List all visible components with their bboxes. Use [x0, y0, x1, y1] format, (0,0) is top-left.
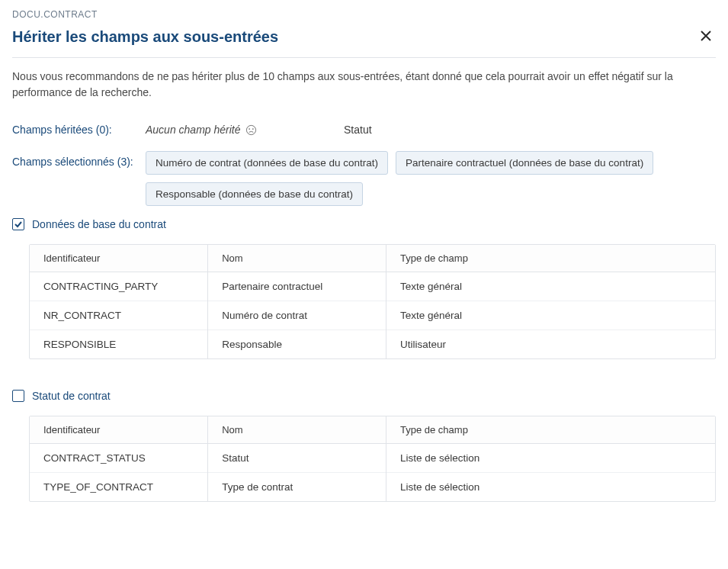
col-header-id: Identificateur [30, 245, 208, 272]
cell-name: Numéro de contrat [208, 301, 386, 330]
cell-type: Texte général [386, 301, 715, 330]
cell-id: NR_CONTRACT [30, 301, 208, 330]
section-title-basedata: Données de base du contrat [32, 218, 166, 230]
cell-name: Responsable [208, 330, 386, 359]
section-checkbox-basedata[interactable] [12, 218, 24, 230]
cell-type: Liste de sélection [386, 473, 715, 502]
col-header-type: Type de champ [386, 245, 715, 272]
col-header-type: Type de champ [386, 416, 715, 444]
table-row[interactable]: RESPONSIBLE Responsable Utilisateur [30, 330, 715, 359]
close-icon [699, 29, 713, 43]
svg-point-2 [252, 128, 254, 130]
table-row[interactable]: NR_CONTRACT Numéro de contrat Texte géné… [30, 301, 715, 330]
section-title-status: Statut de contrat [32, 390, 111, 402]
col-header-name: Nom [208, 416, 386, 444]
cell-id: TYPE_OF_CONTRACT [30, 473, 208, 502]
selected-chip[interactable]: Numéro de contrat (données de base du co… [146, 151, 388, 175]
selected-chip[interactable]: Partenaire contractuel (données de base … [396, 151, 653, 175]
cell-type: Texte général [386, 272, 715, 301]
cell-name: Statut [208, 444, 386, 473]
cell-id: CONTRACTING_PARTY [30, 272, 208, 301]
info-text: Nous vous recommandons de ne pas hériter… [12, 69, 716, 101]
table-row[interactable]: TYPE_OF_CONTRACT Type de contrat Liste d… [30, 473, 715, 502]
selected-fields-label: Champs sélectionnés (3): [12, 151, 146, 168]
table-row[interactable]: CONTRACT_STATUS Statut Liste de sélectio… [30, 444, 715, 473]
close-button[interactable] [696, 26, 716, 48]
cell-name: Type de contrat [208, 473, 386, 502]
divider [12, 57, 716, 58]
cell-id: RESPONSIBLE [30, 330, 208, 359]
table-basedata: Identificateur Nom Type de champ CONTRAC… [29, 244, 716, 359]
table-row[interactable]: CONTRACTING_PARTY Partenaire contractuel… [30, 272, 715, 301]
breadcrumb: DOCU.CONTRACT [12, 9, 716, 20]
selected-chip[interactable]: Responsable (données de base du contrat) [146, 182, 363, 206]
inherited-empty-text: Aucun champ hérité [146, 124, 241, 136]
cell-id: CONTRACT_STATUS [30, 444, 208, 473]
inherited-fields-label: Champs héritées (0): [12, 119, 146, 136]
section-checkbox-status[interactable] [12, 390, 24, 402]
cell-type: Utilisateur [386, 330, 715, 359]
svg-point-1 [249, 128, 250, 130]
inherited-status: Statut [344, 119, 372, 136]
col-header-name: Nom [208, 245, 386, 272]
svg-point-0 [246, 125, 255, 134]
page-title: Hériter les champs aux sous-entrées [12, 28, 278, 46]
checkmark-icon [14, 220, 23, 229]
col-header-id: Identificateur [30, 416, 208, 444]
table-status: Identificateur Nom Type de champ CONTRAC… [29, 416, 716, 502]
cell-type: Liste de sélection [386, 444, 715, 473]
sad-face-icon [245, 124, 257, 136]
cell-name: Partenaire contractuel [208, 272, 386, 301]
